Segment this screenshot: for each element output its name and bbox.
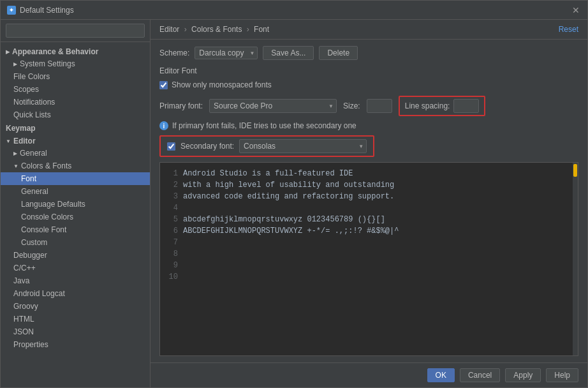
scheme-select[interactable]: Darcula copy Darcula [195, 47, 258, 59]
sidebar-item-label: HTML [13, 315, 34, 324]
sidebar-item-font[interactable]: Font [1, 172, 150, 185]
sidebar-item-json[interactable]: JSON [1, 325, 150, 338]
preview-line-5: 5 abcdefghijklmnopqrstuvwxyz 0123456789 … [165, 214, 573, 225]
sidebar-item-label: System Settings [20, 59, 75, 68]
sidebar-item-console-colors[interactable]: Console Colors [1, 211, 150, 223]
fallback-info-text: If primary font fails, IDE tries to use … [172, 121, 356, 130]
preview-line-6: 6 ABCDEFGHIJKLMNOPQRSTUVWXYZ +-*/= .,;:!… [165, 225, 573, 237]
secondary-font-select[interactable]: Consolas Courier New Source Code Pro [239, 139, 367, 153]
line-spacing-input[interactable]: 1.2 [453, 99, 479, 113]
breadcrumb: Editor › Colors & Fonts › Font [159, 25, 269, 34]
sidebar-item-label: Java [13, 276, 29, 285]
secondary-font-row: Secondary font: Consolas Courier New Sou… [159, 135, 374, 157]
sidebar-item-java[interactable]: Java [1, 274, 150, 287]
help-button[interactable]: Help [546, 368, 578, 382]
breadcrumb-sep2: › [247, 25, 251, 34]
right-panel: Editor › Colors & Fonts › Font Reset Sch… [151, 20, 587, 387]
bottom-bar: OK Cancel Apply Help [151, 362, 587, 387]
primary-font-select-wrapper: Source Code Pro Consolas Courier New [209, 99, 337, 113]
expand-icon: ▼ [6, 138, 11, 144]
show-monospaced-checkbox[interactable] [159, 81, 168, 89]
info-row: i If primary font fails, IDE tries to us… [159, 121, 578, 130]
sidebar-item-label: Editor [13, 137, 36, 146]
sidebar-item-file-colors[interactable]: File Colors [1, 70, 150, 83]
title-bar: ✦ Default Settings ✕ [1, 1, 587, 20]
sidebar-item-cpp[interactable]: C/C++ [1, 262, 150, 274]
sidebar-item-label: Language Defaults [21, 200, 85, 209]
delete-button[interactable]: Delete [319, 46, 358, 60]
sidebar-item-label: Android Logcat [13, 289, 65, 298]
preview-line-4: 4 [165, 202, 573, 214]
title-bar-left: ✦ Default Settings [7, 6, 74, 15]
preview-line-10: 10 [165, 271, 573, 283]
sidebar: ▶ Appearance & Behavior ▶ System Setting… [1, 20, 151, 387]
line-number: 5 [165, 214, 178, 225]
preview-line-9: 9 [165, 260, 573, 271]
primary-font-select[interactable]: Source Code Pro Consolas Courier New [209, 99, 337, 113]
dialog-window: ✦ Default Settings ✕ ▶ Appearance & Beha… [0, 0, 588, 388]
sidebar-item-scopes[interactable]: Scopes [1, 83, 150, 96]
preview-line-1: 1 Android Studio is a full-featured IDE [165, 168, 573, 179]
window-title: Default Settings [20, 6, 74, 15]
search-box [1, 20, 150, 42]
right-body: Scheme: Darcula copy Darcula Save As... … [151, 40, 587, 362]
info-icon: i [159, 121, 168, 130]
sidebar-item-android-logcat[interactable]: Android Logcat [1, 287, 150, 300]
sidebar-item-console-font[interactable]: Console Font [1, 223, 150, 236]
sidebar-item-custom[interactable]: Custom [1, 236, 150, 249]
sidebar-item-quick-lists[interactable]: Quick Lists [1, 108, 150, 121]
preview-line-3: 3 advanced code editing and refactoring … [165, 191, 573, 202]
cancel-button[interactable]: Cancel [460, 368, 500, 382]
sidebar-item-debugger[interactable]: Debugger [1, 249, 150, 262]
scheme-label: Scheme: [159, 48, 189, 57]
sidebar-item-colors-fonts[interactable]: ▼ Colors & Fonts [1, 160, 150, 172]
sidebar-item-label: Scopes [13, 85, 39, 94]
line-number: 3 [165, 191, 178, 202]
sidebar-item-label: Keymap [6, 124, 36, 133]
sidebar-item-groovy[interactable]: Groovy [1, 300, 150, 313]
app-icon: ✦ [7, 6, 16, 15]
sidebar-item-html[interactable]: HTML [1, 313, 150, 325]
sidebar-item-general2[interactable]: General [1, 185, 150, 198]
sidebar-item-general[interactable]: ▶ General [1, 147, 150, 160]
scroll-indicator [573, 163, 578, 355]
search-input[interactable] [6, 24, 145, 38]
line-number: 10 [165, 271, 178, 283]
sidebar-item-system-settings[interactable]: ▶ System Settings [1, 57, 150, 70]
line-content: abcdefghijklmnopqrstuvwxyz 0123456789 ()… [183, 214, 385, 225]
close-button[interactable]: ✕ [571, 5, 581, 15]
sidebar-item-notifications[interactable]: Notifications [1, 96, 150, 108]
preview-area: 1 Android Studio is a full-featured IDE … [159, 162, 578, 356]
preview-line-7: 7 [165, 237, 573, 248]
sidebar-item-language-defaults[interactable]: Language Defaults [1, 198, 150, 211]
line-spacing-box: Line spacing: 1.2 [399, 96, 486, 116]
right-header: Editor › Colors & Fonts › Font Reset [151, 20, 587, 40]
sidebar-item-label: Properties [13, 340, 48, 349]
line-number: 2 [165, 179, 178, 191]
scroll-thumb [573, 164, 577, 177]
apply-button[interactable]: Apply [505, 368, 541, 382]
sidebar-item-appearance-behavior[interactable]: ▶ Appearance & Behavior [1, 45, 150, 57]
sidebar-item-properties[interactable]: Properties [1, 338, 150, 351]
reset-link[interactable]: Reset [559, 25, 578, 34]
preview-line-8: 8 [165, 248, 573, 260]
scheme-select-wrapper: Darcula copy Darcula [195, 47, 258, 59]
size-input[interactable]: 15 [367, 99, 392, 113]
line-spacing-label: Line spacing: [405, 101, 450, 110]
sidebar-list: ▶ Appearance & Behavior ▶ System Setting… [1, 42, 150, 387]
breadcrumb-sep1: › [184, 25, 189, 34]
show-monospaced-row: Show only monospaced fonts [159, 80, 578, 89]
sidebar-item-keymap[interactable]: Keymap [1, 121, 150, 134]
ok-button[interactable]: OK [427, 368, 455, 382]
sidebar-item-label: Console Colors [21, 213, 73, 221]
scheme-row: Scheme: Darcula copy Darcula Save As... … [159, 46, 578, 60]
sidebar-item-label: Appearance & Behavior [12, 47, 98, 56]
sidebar-item-label: Custom [21, 238, 47, 247]
line-content: Android Studio is a full-featured IDE [183, 168, 353, 179]
sidebar-item-label: JSON [13, 327, 34, 336]
secondary-font-checkbox[interactable] [167, 142, 175, 151]
sidebar-item-editor[interactable]: ▼ Editor [1, 134, 150, 147]
sidebar-item-label: Quick Lists [13, 110, 51, 119]
show-monospaced-label: Show only monospaced fonts [172, 80, 272, 89]
save-as-button[interactable]: Save As... [263, 46, 314, 60]
